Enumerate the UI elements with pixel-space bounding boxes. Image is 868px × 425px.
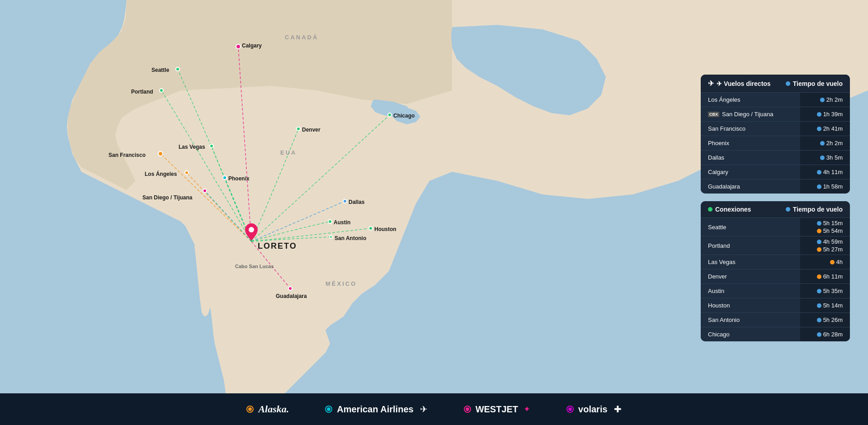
conn-dest-denver: Denver — [701, 269, 800, 283]
conn-row-houston: Houston 5h 14m — [701, 298, 850, 313]
direct-panel-title: ✈ Vuelos directos — [717, 80, 771, 87]
direct-time-dallas: 3h 5m — [800, 151, 850, 165]
direct-dest-la: Los Ángeles — [701, 93, 800, 107]
direct-time-sf: 2h 41m — [800, 122, 850, 136]
city-dot-chicago — [387, 113, 392, 117]
conn-dest-austin: Austin — [701, 284, 800, 298]
conn-dest-houston: Houston — [701, 298, 800, 312]
conn-row-chicago: Chicago 6h 28m — [701, 327, 850, 341]
city-dot-sanantonio — [329, 235, 333, 239]
alaska-dot — [246, 406, 254, 413]
conn-time-portland: 4h 59m 5h 27m — [800, 236, 850, 255]
conn-time-seattle: 5h 15m 5h 54m — [800, 218, 850, 236]
american-label: American Airlines — [337, 404, 413, 415]
city-dot-seattle — [175, 67, 180, 71]
conn-time-houston: 5h 14m — [800, 298, 850, 312]
connections-panel: Conexiones Tiempo de vuelo Seattle 5h 15… — [701, 201, 850, 341]
airline-volaris: volaris ✚ — [566, 404, 621, 415]
direct-time-phoenix: 2h 2m — [800, 136, 850, 150]
conn-time-denver: 6h 11m — [800, 269, 850, 283]
city-dot-austin — [328, 219, 332, 224]
conn-row-seattle: Seattle 5h 15m 5h 54m — [701, 218, 850, 236]
svg-point-8 — [249, 227, 254, 232]
direct-flights-panel: ✈ ✈ Vuelos directos Tiempo de vuelo Los … — [701, 75, 850, 194]
direct-row-la: Los Ángeles 2h 2m — [701, 93, 850, 107]
conn-time-lasvegas: 4h — [800, 255, 850, 269]
conn-row-austin: Austin 5h 35m — [701, 284, 850, 298]
direct-row-sandiego: CBX San Diego / Tijuana 1h 39m — [701, 107, 850, 122]
direct-row-phoenix: Phoenix 2h 2m — [701, 136, 850, 151]
direct-row-dallas: Dallas 3h 5m — [701, 151, 850, 165]
city-dot-sandiego — [203, 189, 207, 193]
city-dot-portland — [159, 88, 164, 93]
volaris-label: volaris — [578, 404, 607, 415]
direct-time-calgary: 4h 11m — [800, 165, 850, 179]
direct-time-guadalajara: 1h 58m — [800, 179, 850, 194]
airline-american: American Airlines ✈ — [325, 404, 427, 415]
westjet-dot — [464, 406, 471, 413]
city-dot-sf — [158, 151, 163, 156]
city-dot-guadalajara — [288, 286, 292, 291]
conn-row-sanantonio: San Antonio 5h 26m — [701, 313, 850, 327]
conn-row-denver: Denver 6h 11m — [701, 269, 850, 284]
city-dot-houston — [368, 226, 373, 231]
direct-dest-sandiego: CBX San Diego / Tijuana — [701, 107, 800, 121]
direct-dest-dallas: Dallas — [701, 151, 800, 165]
direct-row-guadalajara: Guadalajara 1h 58m — [701, 179, 850, 194]
city-dot-denver — [296, 127, 301, 131]
direct-dest-calgary: Calgary — [701, 165, 800, 179]
direct-row-calgary: Calgary 4h 11m — [701, 165, 850, 179]
city-dot-phoenix — [222, 175, 227, 180]
direct-dest-phoenix: Phoenix — [701, 136, 800, 150]
conn-time-chicago: 6h 28m — [800, 327, 850, 341]
city-dot-la — [184, 170, 189, 175]
volaris-dot — [566, 406, 574, 413]
connections-panel-title: Conexiones — [715, 206, 751, 213]
city-dot-lasvegas — [209, 144, 214, 148]
conn-dest-lasvegas: Las Vegas — [701, 255, 800, 269]
connections-panel-header: Conexiones Tiempo de vuelo — [701, 201, 850, 218]
direct-panel-header: ✈ ✈ Vuelos directos Tiempo de vuelo — [701, 75, 850, 93]
direct-time-la: 2h 2m — [800, 93, 850, 107]
city-dot-calgary — [236, 44, 241, 49]
direct-dest-guadalajara: Guadalajara — [701, 179, 800, 194]
american-dot — [325, 406, 332, 413]
bottom-bar: Alaska. American Airlines ✈ WESTJET ✦ vo… — [0, 393, 868, 425]
map-container: CANADÁ EUA MÉXICO Calgary Seattle Portla… — [0, 0, 868, 425]
direct-panel-time-header: Tiempo de vuelo — [793, 80, 843, 87]
conn-dest-sanantonio: San Antonio — [701, 313, 800, 327]
loreto-pin — [245, 223, 258, 242]
conn-dest-seattle: Seattle — [701, 218, 800, 236]
westjet-label: WESTJET — [476, 404, 518, 415]
city-dot-dallas — [343, 199, 347, 203]
conn-time-austin: 5h 35m — [800, 284, 850, 298]
conn-dest-chicago: Chicago — [701, 327, 800, 341]
direct-dest-sf: San Francisco — [701, 122, 800, 136]
direct-time-sandiego: 1h 39m — [800, 107, 850, 121]
airline-alaska: Alaska. — [246, 403, 289, 415]
airline-westjet: WESTJET ✦ — [464, 404, 530, 415]
connections-panel-time-header: Tiempo de vuelo — [793, 206, 843, 213]
conn-row-lasvegas: Las Vegas 4h — [701, 255, 850, 269]
direct-row-sf: San Francisco 2h 41m — [701, 122, 850, 136]
alaska-label: Alaska. — [258, 403, 289, 415]
conn-time-sanantonio: 5h 26m — [800, 313, 850, 327]
conn-dest-portland: Portland — [701, 236, 800, 255]
conn-row-portland: Portland 4h 59m 5h 27m — [701, 236, 850, 255]
